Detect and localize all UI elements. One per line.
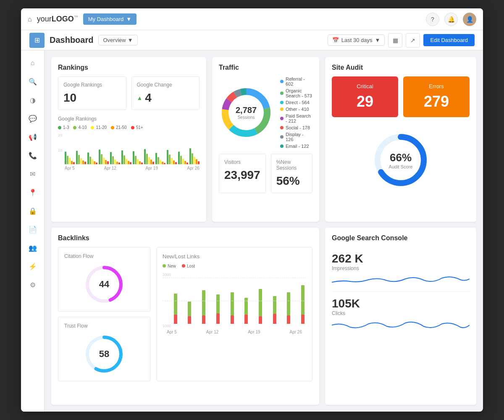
google-change-card: Google Change ▲ 4 bbox=[131, 76, 200, 110]
nl-bar-group bbox=[164, 294, 177, 324]
impressions-sparkline-svg bbox=[332, 274, 470, 286]
audit-score-donut: 66% Audit Score bbox=[371, 131, 430, 189]
score-center: 66% Audit Score bbox=[389, 151, 413, 169]
audit-critical-badge: Critical 29 bbox=[332, 76, 398, 117]
legend-21-50: 21-50 bbox=[111, 125, 127, 130]
nl-bar-group bbox=[235, 298, 248, 324]
chart-icon: ▦ bbox=[393, 37, 398, 44]
site-audit-title: Site Audit bbox=[332, 64, 470, 71]
date-range-picker[interactable]: 📅 Last 30 days ▼ bbox=[328, 34, 385, 46]
bar-group bbox=[144, 149, 154, 164]
legend-email: Email - 122 bbox=[280, 144, 312, 149]
bar-group bbox=[167, 150, 177, 164]
legend-display: Display - 126 bbox=[280, 132, 312, 142]
chart-x-labels: Apr 5 Apr 12 Apr 19 Apr 26 bbox=[58, 166, 200, 171]
traffic-title: Traffic bbox=[219, 64, 312, 71]
my-dashboard-button[interactable]: My Dashboard ▼ bbox=[83, 13, 136, 25]
clicks-metric: 105K Clicks bbox=[332, 292, 470, 336]
sidebar-item-messages[interactable]: 💬 bbox=[25, 111, 40, 126]
nl-bar-group bbox=[249, 289, 262, 324]
phone-icon: 📞 bbox=[29, 152, 37, 160]
sidebar-item-dashboard[interactable]: ⌂ bbox=[25, 55, 40, 71]
chat-icon: 💬 bbox=[29, 115, 37, 123]
nl-bar-group bbox=[221, 292, 234, 324]
nl-bar-group bbox=[263, 296, 276, 324]
logo: yourLOGO™ bbox=[37, 15, 78, 24]
new-lost-chart-container: 2000 bbox=[163, 273, 306, 328]
impressions-metric: 262 K Impressions bbox=[332, 247, 470, 292]
edit-dashboard-button[interactable]: Edit Dashboard bbox=[423, 34, 475, 46]
bar-group bbox=[133, 151, 143, 164]
chevron-down-icon: ▼ bbox=[375, 37, 381, 43]
chart-label: Google Rankings bbox=[58, 116, 200, 122]
chart-legend: 1-3 4-10 11-20 21-50 51+ bbox=[58, 125, 200, 130]
legend-1-3: 1-3 bbox=[58, 125, 69, 130]
main-content: ⌂ 🔍 ◑ 💬 📢 📞 ✉ 📍 🔒 📄 👥 ⚡ ⚙ Rankings Googl… bbox=[21, 50, 483, 412]
nl-bar-group bbox=[207, 294, 220, 324]
search-icon: 🔍 bbox=[29, 78, 37, 86]
map-icon: 📍 bbox=[29, 189, 37, 197]
gsc-title: Google Search Console bbox=[332, 234, 470, 242]
flow-cards: Citation Flow 44 bbox=[58, 247, 150, 381]
sidebar-item-search[interactable]: 🔍 bbox=[25, 74, 40, 89]
sidebar-item-reports[interactable]: ◑ bbox=[25, 92, 40, 108]
nl-bar-group bbox=[178, 302, 192, 324]
email-icon: ✉ bbox=[30, 170, 35, 178]
impressions-sparkline bbox=[332, 274, 470, 286]
bell-icon: 🔔 bbox=[448, 16, 455, 23]
lock-icon: 🔒 bbox=[29, 207, 37, 215]
traffic-card: Traffic bbox=[212, 57, 319, 222]
google-change-label: Google Change bbox=[137, 82, 194, 88]
sidebar-item-calls[interactable]: 📞 bbox=[25, 148, 40, 163]
citation-flow-card: Citation Flow 44 bbox=[58, 247, 150, 312]
sidebar-item-integrations[interactable]: ⚡ bbox=[25, 259, 40, 274]
google-change-value: ▲ 4 bbox=[137, 91, 194, 105]
gear-icon: ⚙ bbox=[30, 281, 36, 289]
audit-errors-badge: Errors 279 bbox=[403, 76, 470, 117]
new-sessions-card: %New Sessions 56% bbox=[271, 154, 312, 193]
bar-group bbox=[76, 151, 86, 164]
bar-group bbox=[178, 152, 188, 164]
visitors-card: Visitors 23,997 bbox=[219, 154, 266, 193]
bar-group bbox=[110, 152, 120, 164]
google-rankings-value: 10 bbox=[63, 91, 121, 105]
sidebar-item-users[interactable]: 👥 bbox=[25, 240, 40, 255]
chart-view-button[interactable]: ▦ bbox=[388, 33, 402, 47]
home-icon[interactable]: ⌂ bbox=[28, 16, 32, 23]
legend-organic: Organic Search - 573 bbox=[280, 88, 312, 98]
legend-51plus: 51+ bbox=[131, 125, 143, 130]
sidebar-item-email[interactable]: ✉ bbox=[25, 166, 40, 181]
dashboard-nav-icon[interactable]: ⊞ bbox=[29, 33, 45, 48]
document-icon: 📄 bbox=[29, 226, 37, 234]
sidebar-item-security[interactable]: 🔒 bbox=[25, 203, 40, 218]
new-lost-legend: New Lost bbox=[163, 264, 306, 268]
nl-x-labels: Apr 5 Apr 12 Apr 19 Apr 26 bbox=[163, 330, 306, 334]
backlinks-card: Backlinks Citation Flow bbox=[51, 228, 319, 405]
clicks-sparkline bbox=[332, 319, 470, 331]
dashboard-grid: Rankings Google Rankings 10 Google Chang… bbox=[45, 50, 483, 412]
bar-group bbox=[99, 150, 109, 164]
traffic-donut: 2,787 Sessions bbox=[219, 85, 273, 140]
traffic-legend: Referral - 602 Organic Search - 573 Dire… bbox=[280, 76, 312, 149]
chevron-down-icon: ▼ bbox=[128, 37, 133, 43]
avatar-icon: 👤 bbox=[466, 16, 473, 23]
grid-icon: ⊞ bbox=[34, 36, 40, 44]
overview-dropdown[interactable]: Overview ▼ bbox=[98, 35, 137, 45]
rankings-chart-section: Google Rankings 1-3 4-10 11-20 21-50 51+… bbox=[58, 116, 200, 171]
traffic-donut-section: 2,787 Sessions Referral - 602 Organic Se… bbox=[219, 76, 312, 149]
rankings-mini-cards: Google Rankings 10 Google Change ▲ 4 bbox=[58, 76, 200, 110]
sidebar-item-settings[interactable]: ⚙ bbox=[25, 277, 40, 292]
sidebar-item-campaigns[interactable]: 📢 bbox=[25, 129, 40, 144]
users-icon: 👥 bbox=[29, 244, 37, 252]
sidebar-item-docs[interactable]: 📄 bbox=[25, 222, 40, 237]
megaphone-icon: 📢 bbox=[29, 133, 37, 141]
plugin-icon: ⚡ bbox=[29, 262, 37, 270]
notification-bell[interactable]: 🔔 bbox=[444, 13, 458, 26]
legend-paid: Paid Search - 212 bbox=[280, 113, 312, 123]
rankings-bar-chart bbox=[58, 135, 200, 164]
legend-lost: Lost bbox=[182, 264, 195, 268]
sidebar-item-location[interactable]: 📍 bbox=[25, 185, 40, 200]
avatar[interactable]: 👤 bbox=[463, 13, 476, 26]
help-button[interactable]: ? bbox=[426, 13, 439, 26]
share-button[interactable]: ↗ bbox=[406, 33, 420, 47]
